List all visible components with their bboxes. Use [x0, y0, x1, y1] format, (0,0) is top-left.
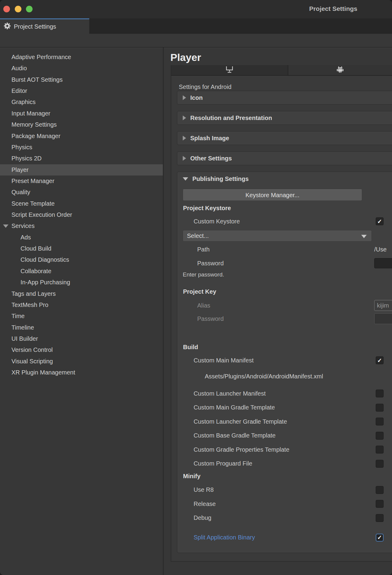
sidebar-item-physics[interactable]: Physics — [0, 142, 163, 153]
sidebar-item-version-control[interactable]: Version Control — [0, 344, 163, 355]
sidebar-item-memory-settings[interactable]: Memory Settings — [0, 119, 163, 130]
keystore-select-dropdown[interactable]: Select... — [183, 230, 372, 242]
section-label: Other Settings — [190, 155, 232, 162]
key-password-field[interactable] — [374, 313, 392, 324]
sidebar-item-textmesh-pro[interactable]: TextMesh Pro — [0, 299, 163, 311]
sidebar-item-editor[interactable]: Editor — [0, 85, 163, 96]
custom-gradle-properties-template-row: Custom Gradle Properties Template — [177, 445, 392, 454]
debug-checkbox[interactable] — [376, 514, 384, 522]
sidebar-item-timeline[interactable]: Timeline — [0, 322, 163, 333]
collapsed-caret-icon — [183, 136, 186, 141]
custom-main-manifest-checkbox[interactable]: ✓ — [376, 356, 384, 364]
use-r8-checkbox[interactable] — [376, 486, 384, 494]
expand-caret-icon[interactable] — [3, 225, 8, 228]
section-label: Splash Image — [190, 135, 229, 142]
sidebar-item-script-execution-order[interactable]: Script Execution Order — [0, 209, 163, 220]
alias-field[interactable]: kijim — [374, 300, 392, 311]
sidebar-item-label: Services — [11, 223, 35, 229]
gear-icon — [4, 22, 11, 31]
sidebar-item-services[interactable]: Services — [0, 220, 163, 232]
android-icon — [336, 66, 344, 74]
tab-android-platform[interactable] — [288, 65, 392, 75]
sidebar-item-time[interactable]: Time — [0, 311, 163, 322]
keystore-manager-button[interactable]: Keystore Manager... — [183, 189, 362, 201]
window-title: Project Settings — [0, 5, 357, 12]
project-keystore-header: Project Keystore — [183, 205, 392, 212]
check-mark: ✓ — [377, 358, 382, 363]
custom-base-gradle-template-row: Custom Base Gradle Template — [177, 431, 392, 440]
sidebar-item-xr-plugin-management[interactable]: XR Plugin Management — [0, 367, 163, 378]
custom-launcher-manifest-row: Custom Launcher Manifest — [177, 389, 392, 398]
row-label: Custom Gradle Properties Template — [177, 446, 289, 453]
custom-main-gradle-template-checkbox[interactable] — [376, 404, 384, 412]
collapsed-caret-icon — [183, 95, 186, 100]
sidebar-item-ads[interactable]: Ads — [0, 232, 163, 243]
sidebar-item-package-manager[interactable]: Package Manager — [0, 131, 163, 142]
sidebar-item-cloud-build[interactable]: Cloud Build — [0, 243, 163, 254]
keystore-password-field[interactable] — [374, 258, 392, 268]
key-password-label: Password — [177, 315, 224, 322]
row-label: Custom Launcher Manifest — [177, 390, 266, 397]
split-application-binary-row: Split Application Binary ✓ — [177, 533, 392, 542]
sidebar-item-in-app-purchasing[interactable]: In-App Purchasing — [0, 277, 163, 288]
section-icon[interactable]: Icon — [177, 91, 392, 105]
tab-project-settings[interactable]: Project Settings — [0, 18, 89, 34]
custom-keystore-checkbox[interactable]: ✓ — [376, 217, 384, 225]
sidebar-item-visual-scripting[interactable]: Visual Scripting — [0, 356, 163, 367]
custom-launcher-gradle-template-checkbox[interactable] — [376, 418, 384, 425]
section-resolution-and-presentation[interactable]: Resolution and Presentation — [177, 111, 392, 125]
sidebar-item-burst-aot-settings[interactable]: Burst AOT Settings — [0, 74, 163, 85]
sidebar-item-input-manager[interactable]: Input Manager — [0, 108, 163, 119]
sidebar-item-physics-2d[interactable]: Physics 2D — [0, 153, 163, 164]
toolbar-belt — [0, 34, 392, 47]
sidebar-item-ui-builder[interactable]: UI Builder — [0, 333, 163, 344]
custom-base-gradle-template-checkbox[interactable] — [376, 432, 384, 440]
custom-launcher-gradle-template-row: Custom Launcher Gradle Template — [177, 417, 392, 426]
custom-keystore-label: Custom Keystore — [177, 218, 240, 225]
alias-label: Alias — [177, 302, 210, 309]
split-application-binary-checkbox[interactable]: ✓ — [376, 534, 384, 542]
section-splash-image[interactable]: Splash Image — [177, 131, 392, 145]
sidebar-item-tags-and-layers[interactable]: Tags and Layers — [0, 288, 163, 299]
sidebar-item-player[interactable]: Player — [0, 164, 163, 175]
sidebar-item-scene-template[interactable]: Scene Template — [0, 198, 163, 209]
custom-launcher-manifest-checkbox[interactable] — [376, 390, 384, 397]
row-label: Custom Launcher Gradle Template — [177, 418, 287, 425]
desktop-icon — [225, 65, 234, 75]
platform-tabbar — [171, 65, 392, 76]
expanded-caret-icon — [183, 177, 188, 181]
tab-label: Project Settings — [14, 23, 56, 30]
page-title: Player — [170, 52, 201, 63]
password-label: Password — [177, 260, 224, 267]
row-label: Custom Base Gradle Template — [177, 432, 276, 439]
build-header: Build — [183, 344, 392, 351]
collapsed-caret-icon — [183, 156, 186, 161]
sidebar-item-audio[interactable]: Audio — [0, 63, 163, 74]
enter-password-hint: Enter password. — [183, 271, 392, 279]
sidebar-item-collaborate[interactable]: Collaborate — [0, 266, 163, 277]
sidebar-item-adaptive-performance[interactable]: Adaptive Performance — [0, 52, 163, 63]
publishing-settings-header[interactable]: Publishing Settings — [177, 172, 392, 186]
sidebar-item-cloud-diagnostics[interactable]: Cloud Diagnostics — [0, 254, 163, 265]
split-application-binary-label: Split Application Binary — [177, 534, 255, 541]
section-other-settings[interactable]: Other Settings — [177, 151, 392, 165]
player-settings-content: Settings for Android Icon Resolution and… — [171, 65, 392, 562]
section-label: Resolution and Presentation — [190, 115, 272, 122]
keystore-password-row: Password — [177, 259, 392, 267]
manifest-path-text: Assets/Plugins/Android/AndroidManifest.x… — [205, 373, 392, 380]
project-settings-window: Project Settings Project Settings — [0, 0, 392, 575]
keystore-path-row: Path /Use — [177, 245, 392, 253]
sidebar-item-preset-manager[interactable]: Preset Manager — [0, 175, 163, 187]
custom-gradle-properties-template-checkbox[interactable] — [376, 446, 384, 453]
editor-tabbar: Project Settings — [0, 18, 392, 34]
collapsed-caret-icon — [183, 115, 186, 120]
release-checkbox[interactable] — [376, 500, 384, 508]
sidebar-item-quality[interactable]: Quality — [0, 187, 163, 198]
check-mark: ✓ — [377, 535, 382, 540]
settings-sidebar: Adaptive Performance Audio Burst AOT Set… — [0, 48, 163, 575]
custom-proguard-file-checkbox[interactable] — [376, 460, 384, 468]
row-label: Release — [177, 501, 216, 507]
tab-standalone-platform[interactable] — [171, 65, 288, 75]
sidebar-item-graphics[interactable]: Graphics — [0, 96, 163, 108]
custom-main-gradle-template-row: Custom Main Gradle Template — [177, 403, 392, 412]
